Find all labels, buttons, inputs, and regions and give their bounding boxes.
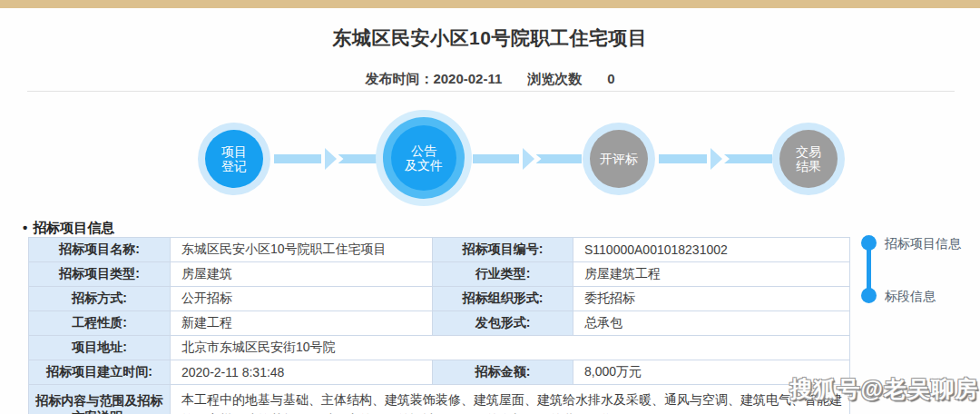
- arrow-head-icon: [523, 148, 534, 170]
- table-row: 项目地址: 北京市东城区民安街10号院: [29, 336, 850, 360]
- arrow-bar: [274, 154, 321, 163]
- info-label-cell: 招标项目名称:: [29, 238, 171, 262]
- info-value-cell: 委托招标: [573, 287, 850, 311]
- flow-arrow-3: [659, 148, 772, 170]
- arrow-bar: [536, 154, 583, 163]
- info-value-cell: 公开招标: [171, 287, 433, 311]
- header-divider: [27, 91, 955, 92]
- info-label-cell: 项目地址:: [29, 336, 171, 360]
- side-nav-item-section-info[interactable]: 标段信息: [885, 289, 936, 305]
- flow-step-project-registration[interactable]: 项目 登记: [205, 130, 263, 188]
- info-value-cell: 2020-2-11 8:31:48: [171, 360, 433, 385]
- info-label-cell: 发包形式:: [433, 311, 573, 336]
- arrow-bar: [473, 154, 519, 163]
- page-title: 东城区民安小区10号院职工住宅项目: [0, 25, 980, 51]
- arrow-head-icon: [710, 148, 722, 170]
- info-value-cell: 新建工程: [171, 311, 433, 336]
- table-row: 工程性质: 新建工程 发包形式: 总承包: [29, 311, 850, 336]
- arrow-head-icon: [325, 148, 337, 170]
- info-label-cell: 招标组织形式:: [433, 287, 573, 311]
- arrow-bar: [659, 154, 707, 163]
- top-gold-bar: [0, 0, 980, 8]
- info-label-cell: 工程性质:: [29, 311, 171, 336]
- side-nav-dot-icon[interactable]: [861, 235, 877, 251]
- info-label-cell: 招标项目建立时间:: [29, 360, 171, 385]
- arrow-bar: [724, 154, 772, 163]
- info-value-cell: 北京市东城区民安街10号院: [171, 336, 850, 360]
- table-row: 招标项目类型: 房屋建筑 行业类型: 房屋建筑工程: [29, 262, 850, 287]
- bullet-icon: •: [23, 220, 27, 235]
- info-label-cell: 招标项目编号:: [433, 238, 573, 262]
- flow-step-bid-opening-evaluation[interactable]: 开评标: [590, 130, 648, 188]
- info-label-cell: 行业类型:: [433, 262, 573, 287]
- flow-arrow-1: [274, 148, 385, 170]
- side-nav-item-bid-project-info[interactable]: 招标项目信息: [885, 236, 961, 252]
- info-label-cell: 招标方式:: [29, 287, 171, 311]
- views-value: 0: [607, 71, 614, 86]
- table-row: 招标方式: 公开招标 招标组织形式: 委托招标: [29, 287, 850, 311]
- sohu-watermark: 搜狐号@老吴聊房: [790, 374, 978, 404]
- info-value-cell: 东城区民安小区10号院职工住宅项目: [171, 238, 433, 262]
- info-value-cell: S110000A001018231002: [573, 238, 850, 262]
- info-label-cell: 招标内容与范围及招标方案说明:: [29, 385, 171, 414]
- flow-step-announcement-documents[interactable]: 公告 及文件: [391, 125, 456, 191]
- section-title: 招标项目信息: [33, 220, 114, 235]
- table-row: 招标内容与范围及招标方案说明: 本工程中的地基与基础、主体结构、建筑装饰装修、建…: [29, 385, 850, 414]
- info-label-cell: 招标项目类型:: [29, 262, 171, 287]
- section-header-bid-project-info: •招标项目信息: [23, 220, 114, 237]
- info-value-cell: 本工程中的地基与基础、主体结构、建筑装饰装修、建筑屋面、建筑给水排水及采暖、通风…: [171, 385, 850, 414]
- info-value-cell: 房屋建筑: [171, 262, 433, 287]
- bid-project-info-table: 招标项目名称: 东城区民安小区10号院职工住宅项目 招标项目编号: S11000…: [28, 237, 850, 414]
- flow-arrow-2: [473, 148, 582, 170]
- page: 东城区民安小区10号院职工住宅项目 发布时间：2020-02-11浏览次数0 项…: [0, 0, 980, 414]
- views-label: 浏览次数: [527, 71, 582, 86]
- info-label-cell: 招标金额:: [433, 360, 573, 385]
- table-row: 招标项目建立时间: 2020-2-11 8:31:48 招标金额: 8,000万…: [29, 360, 850, 385]
- side-nav-dot-icon[interactable]: [861, 288, 877, 303]
- info-value-cell: 房屋建筑工程: [573, 262, 850, 287]
- publish-meta-row: 发布时间：2020-02-11浏览次数0: [0, 71, 980, 88]
- publish-time-label: 发布时间：: [365, 71, 433, 86]
- info-value-cell: 总承包: [573, 311, 850, 336]
- publish-time-value: 2020-02-11: [433, 71, 502, 86]
- table-row: 招标项目名称: 东城区民安小区10号院职工住宅项目 招标项目编号: S11000…: [29, 238, 850, 262]
- arrow-bar: [338, 154, 386, 163]
- flow-step-transaction-result[interactable]: 交易 结果: [779, 130, 838, 188]
